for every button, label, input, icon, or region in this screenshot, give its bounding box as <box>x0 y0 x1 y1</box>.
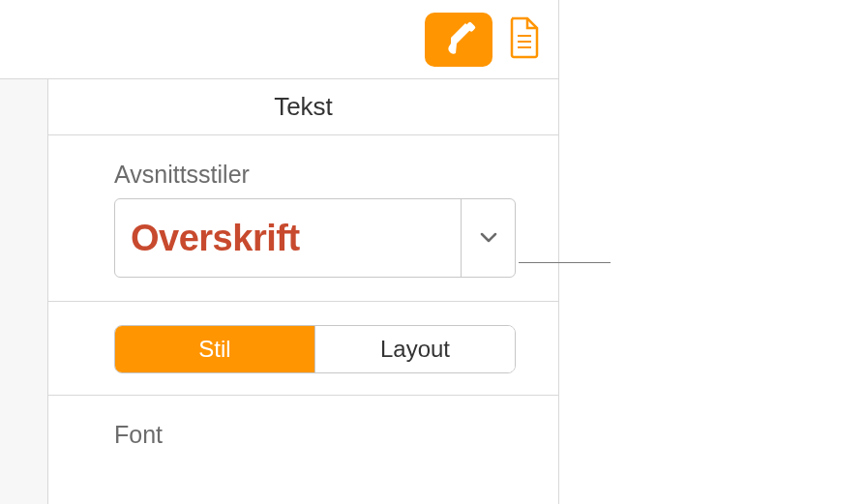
paragraph-styles-section: Avsnittsstiler Overskrift <box>48 135 558 302</box>
tab-style[interactable]: Stil <box>115 326 314 372</box>
content: Tekst Avsnittsstiler Overskrift <box>48 79 558 504</box>
inspector-header-label: Tekst <box>274 92 333 122</box>
brush-icon <box>439 18 478 61</box>
toolbar <box>0 0 558 79</box>
font-section: Font <box>48 396 558 449</box>
left-strip <box>0 78 48 504</box>
chevron-down-icon <box>480 229 497 247</box>
inspector-header: Tekst <box>48 79 558 135</box>
style-layout-tabs: Stil Layout <box>114 325 516 373</box>
callout-line <box>519 262 611 263</box>
document-icon <box>508 16 541 63</box>
main-area: Tekst Avsnittsstiler Overskrift <box>0 79 558 504</box>
paragraph-style-selected: Overskrift <box>115 218 461 259</box>
paragraph-styles-label: Avsnittsstiler <box>114 161 516 189</box>
paragraph-style-dropdown[interactable]: Overskrift <box>114 198 516 278</box>
tab-style-label: Stil <box>198 336 230 363</box>
inspector-panel: Tekst Avsnittsstiler Overskrift <box>0 0 559 504</box>
document-button[interactable] <box>506 16 543 63</box>
dropdown-arrow[interactable] <box>461 199 515 277</box>
format-button[interactable] <box>425 13 492 67</box>
tab-section: Stil Layout <box>48 302 558 396</box>
font-label: Font <box>114 421 516 449</box>
tab-layout[interactable]: Layout <box>314 326 515 372</box>
tab-layout-label: Layout <box>380 336 450 363</box>
